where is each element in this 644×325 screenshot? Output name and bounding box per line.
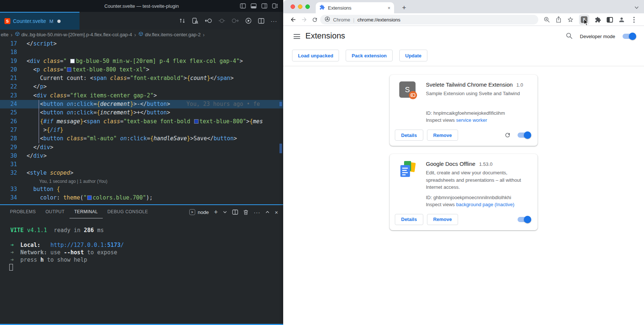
extension-title: Google Docs Offline [426,161,475,167]
tab-search-icon[interactable] [634,4,639,11]
extension-description: Sample Extension using Svelte and Tailwi… [426,90,530,97]
terminal-icon: > [189,209,195,215]
panel-tab-terminal[interactable]: TERMINAL [70,205,103,218]
zoom-icon[interactable] [542,15,552,24]
search-icon[interactable] [566,32,573,41]
code-line-28[interactable]: 28 <button class="ml-auto" on:click={han… [0,134,283,143]
toggle-secondary-sidebar-icon[interactable] [261,3,267,9]
unsaved-dot-icon[interactable] [57,20,61,23]
service-worker-link[interactable]: service worker [456,117,487,123]
minimize-window-button[interactable] [298,4,302,9]
new-terminal-icon[interactable]: + [214,209,218,215]
browser-tab-extensions[interactable]: Extensions × [316,2,394,13]
code-line-29[interactable]: 29 </div> [0,143,283,152]
code-line-20[interactable]: 20 <p class="text-blue-800 text-xl"> [0,66,283,74]
breadcrumb[interactable]: elte›div..bg-blue-50.min-w-[20rem].p-4.f… [0,30,283,40]
code-line-23[interactable]: 23 <div class="flex items-center gap-2"> [0,91,283,100]
profile-avatar-icon[interactable] [617,15,626,24]
codelens-annotation[interactable]: You, 1 second ago | 1 author (You) [0,178,283,185]
breadcrumb-item[interactable]: div..bg-blue-50.min-w-[20rem].p-4.flex.f… [15,31,132,38]
code-line-31[interactable]: 31 [0,160,283,169]
remove-button[interactable]: Remove [427,130,458,141]
color-decorator [194,119,199,124]
code-line-24[interactable]: 24 <button on:click={decrement}>-</butto… [0,100,283,108]
zoom-window-button[interactable] [305,4,310,9]
run-icon[interactable] [245,17,252,24]
extensions-favicon [319,4,325,11]
open-changes-editor-icon[interactable] [192,17,199,24]
code-text: {#if message}<span class="text-base font… [27,117,263,126]
split-editor-icon[interactable] [258,18,264,24]
indent-guide [38,117,39,126]
maximize-panel-icon[interactable] [265,211,270,214]
back-icon[interactable] [288,15,298,24]
breadcrumb-item[interactable]: elte [1,32,9,37]
code-line-17[interactable]: 17</script> [0,40,283,48]
code-editor[interactable]: 17</script>1819<div class=" bg-blue-50 m… [0,40,283,204]
reload-icon[interactable] [310,15,319,24]
details-button[interactable]: Details [395,130,423,141]
reload-extension-icon[interactable] [504,132,511,138]
close-panel-icon[interactable]: × [275,209,278,215]
bookmark-star-icon[interactable] [566,15,575,24]
panel-tab-output[interactable]: OUTPUT [41,205,70,218]
new-tab-button[interactable]: + [399,3,409,13]
extension-enabled-toggle[interactable] [518,133,530,138]
code-line-26[interactable]: 26 {#if message}<span class="text-base f… [0,117,283,126]
editor-more-actions-icon[interactable]: ··· [271,18,277,24]
developer-mode-toggle[interactable] [623,34,635,39]
indent-guide [38,126,39,134]
remove-button[interactable]: Remove [427,214,458,225]
details-button[interactable]: Details [395,214,423,225]
chrome-toolbar: Chrome | chrome://extensions S [283,13,644,26]
terminal-output[interactable]: VITE v4.1.1 ready in 286 ms ➜ Local: htt… [10,227,124,264]
chrome-menu-icon[interactable] [629,15,639,24]
code-line-32[interactable]: 32<style scoped> [0,169,283,177]
share-icon[interactable] [554,15,563,24]
code-line-30[interactable]: 30</div> [0,152,283,160]
panel-tab-debug-console[interactable]: DEBUG CONSOLE [103,205,153,218]
close-tab-icon[interactable]: × [387,5,390,11]
nav-current-icon [218,18,225,24]
origin-separator: | [353,17,354,23]
update-button[interactable]: Update [399,50,427,61]
line-number: 21 [0,74,27,83]
site-info-icon[interactable] [325,16,330,23]
load-unpacked-button[interactable]: Load unpacked [292,50,339,61]
code-line-27[interactable]: 27 >{/if} [0,126,283,134]
code-line-18[interactable]: 18 [0,48,283,57]
panel-tab-problems[interactable]: PROBLEMS [5,205,41,218]
extensions-puzzle-icon[interactable] [593,15,603,24]
code-line-34[interactable]: 34 color: theme("colors.blue.700"); [0,194,283,202]
kill-terminal-icon[interactable] [243,210,248,215]
side-panel-icon[interactable] [605,15,614,24]
code-line-22[interactable]: 22 </p> [0,83,283,91]
code-text: <div class=" bg-blue-50 min-w-[20rem] p-… [27,57,243,66]
code-line-21[interactable]: 21 Current count: <span class="font-extr… [0,74,283,83]
background-page-link[interactable]: background page (Inactive) [456,202,515,207]
nav-back-icon[interactable] [205,18,212,24]
toggle-sidebar-icon[interactable] [240,3,246,9]
breadcrumb-item[interactable]: div.flex.items-center.gap-2 [138,31,201,38]
terminal-dropdown-icon[interactable] [223,211,227,214]
code-text: <style scoped> [27,169,73,177]
tab-title: Extensions [328,5,384,11]
compare-changes-icon[interactable] [179,17,186,24]
code-text: <div class="flex items-center gap-2"> [27,91,157,100]
code-line-33[interactable]: 33 button { [0,185,283,194]
terminal-shell-chip[interactable]: > node [189,209,209,215]
menu-hamburger-icon[interactable] [294,34,300,39]
panel-more-icon[interactable]: ··· [254,209,260,215]
pack-extension-button[interactable]: Pack extension [346,50,393,61]
code-line-19[interactable]: 19<div class=" bg-blue-50 min-w-[20rem] … [0,57,283,66]
code-line-25[interactable]: 25 <button on:click={increment}>+</butto… [0,108,283,117]
inspect-views-label: Inspect views [426,117,455,123]
customize-layout-icon[interactable] [272,3,278,9]
editor-tab-counter-svelte[interactable]: S Counter.svelte M [0,12,79,30]
address-bar[interactable]: Chrome | chrome://extensions [320,15,538,24]
extension-enabled-toggle[interactable] [518,217,530,222]
toggle-panel-icon[interactable] [251,3,257,9]
extension-description: Edit, create and view your documents, sp… [426,169,530,191]
close-window-button[interactable] [291,4,295,9]
split-terminal-icon[interactable] [232,210,238,215]
